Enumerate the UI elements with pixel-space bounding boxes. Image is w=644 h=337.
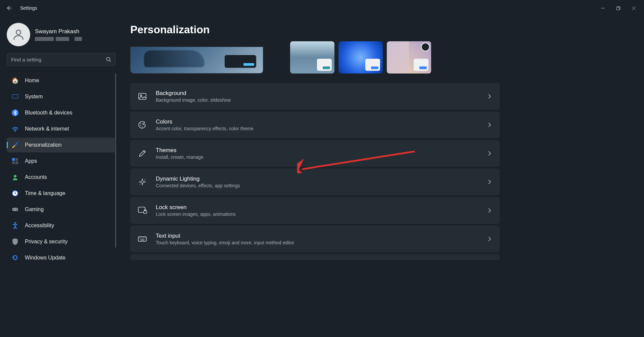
nav-label: Gaming — [25, 206, 44, 212]
svg-rect-26 — [144, 211, 147, 213]
svg-rect-27 — [138, 237, 146, 241]
svg-rect-4 — [12, 95, 18, 98]
page-title: Personalization — [130, 23, 633, 36]
search-input[interactable] — [11, 57, 106, 62]
svg-point-21 — [140, 125, 141, 126]
setting-partial[interactable] — [130, 254, 500, 260]
setting-subtitle: Lock screen images, apps, animations — [156, 211, 478, 217]
svg-rect-29 — [141, 238, 141, 238]
svg-rect-10 — [15, 161, 18, 164]
user-email-redacted — [35, 37, 82, 41]
setting-title: Colors — [156, 118, 478, 125]
close-icon — [632, 6, 636, 10]
chevron-right-icon — [487, 94, 492, 99]
keyboard-icon — [138, 234, 147, 244]
setting-themes[interactable]: Themes Install, create, manage — [130, 140, 500, 167]
nav-accounts[interactable]: Accounts — [7, 170, 116, 185]
svg-point-17 — [14, 222, 16, 224]
nav-network[interactable]: Network & internet — [7, 122, 116, 136]
user-icon — [12, 28, 25, 41]
setting-title: Themes — [156, 147, 478, 154]
svg-rect-28 — [139, 238, 140, 238]
maximize-button[interactable] — [610, 3, 626, 13]
pen-icon — [138, 149, 147, 158]
arrow-left-icon — [7, 5, 12, 11]
nav-bluetooth[interactable]: Bluetooth & devices — [7, 105, 116, 120]
palette-icon — [138, 120, 147, 130]
nav-label: Home — [25, 78, 39, 84]
svg-point-24 — [140, 184, 140, 185]
maximize-icon — [616, 6, 620, 10]
svg-rect-31 — [143, 238, 144, 238]
shield-icon — [11, 238, 19, 245]
nav-label: Bluetooth & devices — [25, 110, 72, 116]
main-content: Personalization Background Background im… — [121, 16, 644, 337]
sidebar: Swayam Prakash 🏠 Home System — [0, 16, 121, 337]
nav-personalization[interactable]: 🖌️ Personalization — [7, 138, 116, 152]
svg-point-20 — [140, 123, 141, 124]
nav-system[interactable]: System — [7, 89, 116, 104]
setting-subtitle: Install, create, manage — [156, 154, 478, 160]
setting-subtitle: Background image, color, slideshow — [156, 97, 478, 103]
nav-label: Windows Update — [25, 255, 65, 261]
svg-rect-30 — [142, 238, 143, 238]
nav-gaming[interactable]: Gaming — [7, 202, 116, 217]
svg-rect-7 — [12, 158, 15, 161]
nav-home[interactable]: 🏠 Home — [7, 73, 116, 88]
wifi-icon — [11, 125, 19, 133]
setting-background[interactable]: Background Background image, color, slid… — [130, 83, 500, 110]
setting-lock-screen[interactable]: Lock screen Lock screen images, apps, an… — [130, 197, 500, 224]
nav-label: Privacy & security — [25, 239, 67, 245]
setting-title: Dynamic Lighting — [156, 176, 478, 182]
nav-privacy-security[interactable]: Privacy & security — [7, 234, 116, 249]
nav-label: Accounts — [25, 174, 47, 180]
search-box[interactable] — [7, 53, 116, 66]
username: Swayam Prakash — [35, 28, 82, 35]
theme-thumb-1[interactable] — [290, 41, 334, 74]
setting-dynamic-lighting[interactable]: Dynamic Lighting Connected devices, effe… — [130, 168, 500, 195]
setting-subtitle: Touch keyboard, voice typing, emoji and … — [156, 240, 478, 245]
svg-point-19 — [140, 95, 142, 96]
svg-point-16 — [16, 209, 17, 210]
desktop-preview[interactable] — [130, 47, 263, 74]
settings-list: Background Background image, color, slid… — [130, 83, 500, 260]
svg-point-11 — [14, 175, 16, 178]
theme-thumb-2[interactable] — [338, 41, 383, 74]
home-icon: 🏠 — [11, 77, 19, 84]
setting-colors[interactable]: Colors Accent color, transparency effect… — [130, 111, 500, 138]
minimize-button[interactable] — [595, 3, 610, 13]
sparkle-icon — [138, 177, 147, 187]
theme-preview-row — [130, 41, 633, 74]
nav-apps[interactable]: Apps — [7, 154, 116, 168]
svg-rect-0 — [616, 7, 619, 10]
nav-time-language[interactable]: Time & language — [7, 186, 116, 201]
svg-point-22 — [142, 127, 143, 128]
nav-windows-update[interactable]: Windows Update — [7, 250, 116, 265]
setting-subtitle: Connected devices, effects, app settings — [156, 183, 478, 188]
theme-thumb-3[interactable] — [387, 41, 431, 74]
setting-text-input[interactable]: Text input Touch keyboard, voice typing,… — [130, 226, 500, 252]
account-icon — [11, 174, 19, 181]
svg-rect-9 — [12, 161, 15, 164]
nav-label: Apps — [25, 158, 37, 164]
svg-rect-8 — [15, 158, 18, 161]
setting-title: Text input — [156, 233, 478, 239]
window-controls — [595, 3, 641, 13]
close-button[interactable] — [626, 3, 641, 13]
user-account-row[interactable]: Swayam Prakash — [7, 23, 116, 46]
setting-title: Lock screen — [156, 204, 478, 211]
svg-point-6 — [15, 131, 16, 132]
nav-label: Time & language — [25, 190, 65, 196]
nav-accessibility[interactable]: Accessibility — [7, 218, 116, 233]
svg-rect-33 — [140, 240, 144, 240]
back-button[interactable] — [3, 1, 16, 15]
system-icon — [11, 93, 19, 100]
chevron-right-icon — [487, 208, 492, 213]
chevron-right-icon — [487, 179, 492, 185]
window-title: Settings — [20, 5, 37, 11]
svg-rect-14 — [12, 208, 18, 211]
clock-icon — [11, 190, 19, 197]
minimize-icon — [601, 6, 605, 10]
avatar — [7, 23, 30, 46]
lock-screen-icon — [138, 206, 147, 215]
